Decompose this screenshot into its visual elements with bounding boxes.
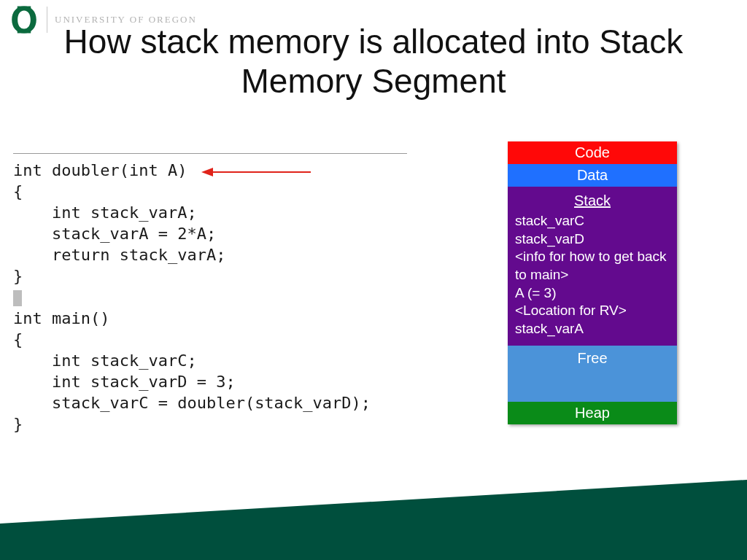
code-line: int stack_varA; [13, 203, 197, 222]
code-line: int stack_varC; [13, 351, 197, 370]
segment-code: Code [508, 141, 677, 164]
segment-data: Data [508, 164, 677, 187]
code-sample: int doubler(int A) { int stack_varA; sta… [13, 153, 407, 435]
cursor-selection-icon [13, 290, 22, 306]
stack-item: A (= 3) [515, 284, 670, 303]
code-line: stack_varA = 2*A; [13, 225, 216, 243]
stack-header-label: Stack [508, 192, 677, 209]
code-line: { [13, 330, 23, 349]
code-line: return stack_varA; [13, 246, 225, 264]
footer-swoosh [0, 480, 747, 560]
code-line: { [13, 182, 23, 201]
svg-marker-4 [0, 480, 747, 560]
code-line: int main() [13, 309, 109, 327]
stack-item: <info for how to get back to main> [515, 248, 670, 284]
svg-marker-3 [201, 168, 213, 176]
code-line: stack_varC = doubler(stack_varD); [13, 394, 371, 412]
memory-layout-diagram: Code Data Stack stack_varC stack_varD <i… [508, 141, 677, 424]
code-line: } [13, 415, 23, 433]
code-line: int stack_varD = 3; [13, 373, 236, 391]
code-line: int doubler(int A) [13, 161, 187, 179]
stack-contents: stack_varC stack_varD <info for how to g… [508, 212, 677, 338]
stack-item: stack_varD [515, 230, 670, 249]
svg-rect-0 [18, 7, 31, 9]
stack-item: <Location for RV> [515, 302, 670, 320]
slide-title: How stack memory is allocated into Stack… [0, 22, 747, 101]
code-line: } [13, 267, 23, 285]
segment-heap: Heap [508, 402, 677, 424]
segment-stack: Stack stack_varC stack_varD <info for ho… [508, 187, 677, 346]
stack-item: stack_varA [515, 320, 670, 338]
stack-item: stack_varC [515, 212, 670, 230]
segment-free: Free [508, 346, 677, 402]
arrow-left-icon [201, 165, 311, 179]
